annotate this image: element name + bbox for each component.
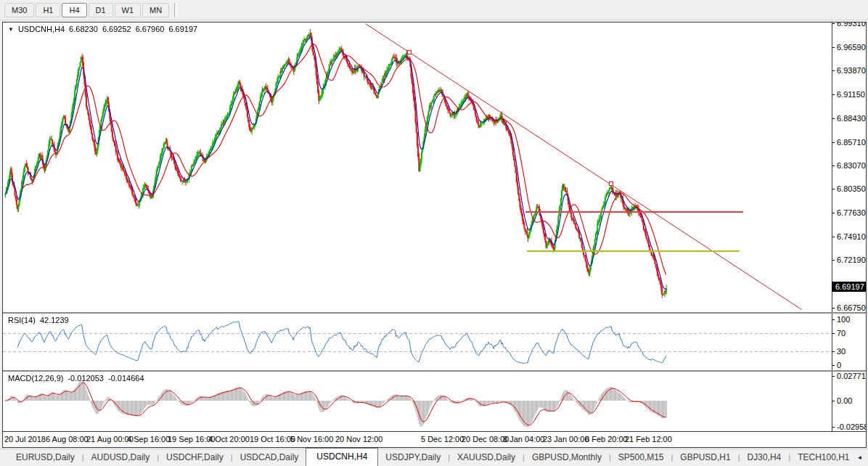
- symbol-tab-audusd[interactable]: AUDUSD,Daily: [84, 449, 157, 466]
- axis-label: 0.027717: [837, 372, 866, 380]
- symbol-tab-xauusd[interactable]: XAUUSD,Daily: [450, 449, 523, 466]
- rsi-value: 42.1239: [40, 316, 69, 324]
- timeframe-toolbar: M30H1H4D1W1MN: [0, 0, 868, 20]
- axis-label: 0: [837, 361, 841, 369]
- time-axis-label: 6 Feb 20:00: [585, 435, 628, 443]
- rsi-axis[interactable]: 10070300: [832, 314, 866, 370]
- axis-tick: [832, 401, 835, 401]
- time-axis-label: 5 Dec 12:00: [421, 435, 464, 443]
- axis-tick: [832, 94, 835, 95]
- time-axis-label: 4 Sep 16:00: [127, 435, 170, 443]
- symbol-tab-usdjpy[interactable]: USDJPY,Daily: [378, 449, 448, 466]
- rsi-name: RSI(14): [8, 316, 36, 324]
- axis-label: 0.00: [837, 396, 852, 405]
- axis-label: 6.72190: [837, 256, 866, 264]
- axis-tick: [832, 365, 835, 366]
- axis-tick: [832, 319, 835, 320]
- axis-label: 100: [837, 315, 850, 324]
- macd-label: MACD(12,26,9) -0.012053 -0.014664: [8, 374, 144, 383]
- axis-label: 30: [837, 347, 846, 356]
- current-price-tag: 6.69197: [832, 282, 866, 292]
- axis-tick: [832, 47, 835, 48]
- timeframe-button-m30[interactable]: M30: [4, 3, 34, 17]
- axis-label: 6.74910: [837, 232, 866, 241]
- symbol-tab-bar: EURUSD,Daily|AUDUSD,Daily|USDCHF,Daily|U…: [0, 449, 868, 466]
- ohlc-close: 6.69197: [168, 25, 197, 33]
- rsi-panel: RSI(14) 42.1239 10070300: [3, 314, 866, 370]
- macd-axis[interactable]: 0.0277170.00-0.029582: [832, 372, 866, 431]
- axis-tick: [832, 23, 835, 24]
- axis-tick: [832, 142, 835, 143]
- axis-tick: [832, 308, 835, 308]
- time-axis-label: 6 Aug 08:00: [46, 435, 89, 443]
- axis-label: 6.99310: [837, 23, 866, 28]
- axis-tick: [832, 165, 835, 166]
- time-axis-label: 20 Nov 12:00: [335, 435, 382, 443]
- timeframe-button-d1[interactable]: D1: [89, 3, 113, 17]
- symbol-tab-gbpusd[interactable]: GBPUSD,H1: [673, 449, 737, 466]
- axis-tick: [832, 376, 835, 377]
- axis-tick: [832, 70, 835, 71]
- price-chart-canvas[interactable]: [3, 23, 832, 312]
- chart-dropdown-icon[interactable]: ▼: [8, 26, 14, 33]
- tab-scroll-controls: ◄ ►: [857, 454, 868, 466]
- axis-label: 70: [837, 329, 846, 338]
- axis-label: 6.77630: [837, 208, 866, 217]
- time-axis-label: 8 Jan 04:00: [503, 435, 545, 443]
- symbol-tab-list: EURUSD,Daily|AUDUSD,Daily|USDCHF,Daily|U…: [9, 448, 857, 466]
- axis-label: 6.91150: [837, 90, 865, 99]
- axis-tick: [832, 427, 835, 428]
- macd-value-main: -0.012053: [67, 374, 104, 383]
- axis-label: 6.85710: [837, 138, 866, 147]
- symbol-tab-eurusd[interactable]: EURUSD,Daily: [9, 449, 82, 466]
- time-axis-label: 20 Dec 08:00: [462, 435, 509, 443]
- symbol-tab-usdcnh[interactable]: USDCNH,H4: [306, 448, 378, 466]
- chart-symbol: USDCNH,H4: [18, 25, 65, 33]
- ohlc-low: 6.67960: [136, 25, 165, 33]
- symbol-tab-sp500[interactable]: SP500,M15: [611, 449, 671, 466]
- macd-value-signal: -0.014664: [108, 374, 144, 383]
- symbol-tab-usdchf[interactable]: USDCHF,Daily: [159, 449, 231, 466]
- rsi-canvas[interactable]: [3, 314, 832, 370]
- time-axis-label: 23 Jan 00:00: [543, 435, 589, 443]
- macd-name: MACD(12,26,9): [8, 374, 63, 383]
- chart-title: ▼ USDCNH,H4 6.68230 6.69252 6.67960 6.69…: [8, 25, 197, 33]
- axis-label: 6.80350: [837, 184, 866, 193]
- symbol-tab-tech100[interactable]: TECH100,H1: [790, 449, 856, 466]
- timeframe-button-w1[interactable]: W1: [115, 3, 142, 17]
- symbol-tab-gbpusd[interactable]: GBPUSD,Monthly: [525, 449, 609, 466]
- axis-tick: [832, 351, 835, 352]
- tab-scroll-left-icon[interactable]: ◄: [857, 454, 863, 461]
- axis-tick: [832, 333, 835, 334]
- mt4-window: M30H1H4D1W1MN ▼ USDCNH,H4 6.68230 6.6925…: [0, 0, 868, 466]
- timeframe-button-mn[interactable]: MN: [142, 3, 169, 17]
- time-axis[interactable]: 20 Jul 20186 Aug 08:0021 Aug 00:004 Sep …: [3, 431, 866, 446]
- axis-tick: [832, 118, 835, 119]
- ohlc-high: 6.69252: [102, 25, 131, 33]
- axis-label: 6.93870: [837, 66, 866, 75]
- axis-label: 6.88430: [837, 114, 866, 123]
- time-axis-label: 5 Nov 16:00: [290, 435, 333, 443]
- axis-tick: [832, 237, 835, 237]
- chart-window: ▼ USDCNH,H4 6.68230 6.69252 6.67960 6.69…: [2, 22, 867, 448]
- macd-panel: MACD(12,26,9) -0.012053 -0.014664 0.0277…: [3, 372, 866, 431]
- main-chart-panel: ▼ USDCNH,H4 6.68230 6.69252 6.67960 6.69…: [3, 23, 866, 312]
- time-axis-label: 21 Feb 12:00: [625, 435, 672, 443]
- rsi-label: RSI(14) 42.1239: [8, 316, 69, 324]
- axis-label: 6.96590: [837, 43, 866, 52]
- symbol-tab-usdcad[interactable]: USDCAD,Daily: [233, 449, 306, 466]
- time-axis-label: 19 Oct 16:00: [250, 435, 295, 443]
- axis-tick: [832, 260, 835, 261]
- time-axis-label: 20 Jul 2018: [4, 435, 46, 443]
- symbol-tab-dj30[interactable]: DJ30,H4: [740, 449, 789, 466]
- timeframe-button-group: M30H1H4D1W1MN: [4, 3, 171, 17]
- toolbar-separator: [174, 3, 177, 17]
- price-axis[interactable]: 6.993106.965906.938706.911506.884306.857…: [832, 23, 866, 312]
- axis-label: 6.83070: [837, 161, 866, 170]
- axis-tick: [832, 213, 835, 213]
- timeframe-button-h4[interactable]: H4: [62, 3, 86, 17]
- timeframe-button-h1[interactable]: H1: [36, 3, 60, 17]
- axis-label: 6.66750: [837, 303, 866, 312]
- time-axis-label: 4 Oct 20:00: [208, 435, 250, 443]
- ohlc-open: 6.68230: [69, 25, 98, 33]
